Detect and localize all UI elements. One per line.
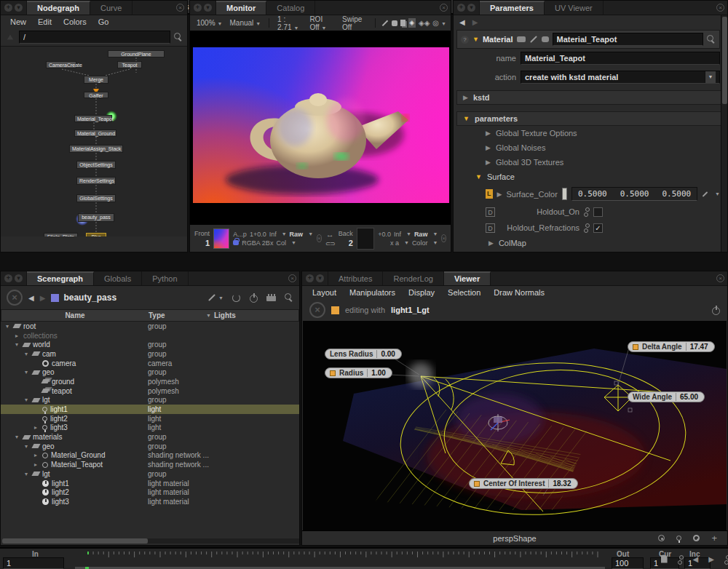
front-view-select[interactable]: Raw (290, 231, 304, 238)
out-frame-input[interactable] (612, 557, 644, 569)
manipulator-label-wide-angle[interactable]: Wide Angle65.00 (628, 391, 705, 402)
autokey-icon[interactable] (724, 554, 728, 563)
scenegraph-row-world[interactable]: ▾worldgroup (1, 340, 299, 349)
panel-menu-icon[interactable]: ▾ (15, 274, 23, 282)
scenegraph-row-light2[interactable]: light2light material (1, 488, 299, 497)
search-icon[interactable] (174, 33, 183, 41)
search-icon[interactable] (285, 293, 293, 302)
lock-icon[interactable] (233, 240, 239, 245)
power-icon[interactable] (711, 306, 720, 314)
pan-mode-icon[interactable]: ◈ (408, 18, 416, 28)
scenegraph-row-light3[interactable]: ▸light3light (1, 423, 299, 433)
scenegraph-row-collections[interactable]: ▸collections (1, 331, 299, 341)
param-group-global-noises[interactable]: ▶Global Noises (454, 140, 727, 155)
tab-monitor[interactable]: Monitor (216, 1, 266, 15)
node-globalsettings[interactable]: GlobalSettings (76, 194, 116, 202)
state-badge[interactable]: D (486, 207, 495, 217)
node-name-input[interactable] (553, 33, 704, 46)
comment-icon[interactable] (392, 20, 397, 26)
front-clear-icon[interactable]: × (317, 234, 322, 242)
scenegraph-row-lgt[interactable]: ▾lgtgroup (1, 396, 299, 405)
tab-renderlog[interactable]: RenderLog (383, 271, 443, 285)
step-back-icon[interactable]: ◀ (693, 555, 699, 563)
parameters-group[interactable]: ▼parameters (456, 111, 724, 126)
panel-menu-icon[interactable]: ▾ (467, 4, 475, 12)
back-thumbnail[interactable] (357, 228, 374, 250)
zoom-select[interactable]: 100%▼ (194, 19, 225, 27)
node-teapot[interactable]: Teapot (117, 61, 142, 68)
close-icon[interactable]: × (716, 274, 724, 282)
surface-group[interactable]: ▼Surface (454, 170, 727, 184)
back-clear-icon[interactable]: × (441, 234, 446, 242)
node-rendersettings[interactable]: RenderSettings (76, 177, 116, 185)
param-group-noise[interactable]: ▶Noise (454, 250, 727, 252)
keyframe-icon[interactable] (678, 554, 683, 563)
node-blur[interactable]: Blur (86, 233, 106, 236)
pixel-probe-icon[interactable] (382, 20, 388, 25)
close-icon[interactable]: × (176, 4, 184, 12)
param-row-surface_color[interactable]: L▶Surface_Color0.50000.50000.5000▼ (454, 184, 727, 204)
tab-python[interactable]: Python (142, 271, 188, 285)
ratio-select[interactable]: 1 : 2.71▼ (275, 15, 304, 31)
param-group-global-texture-options[interactable]: ▶Global Texture Options (454, 126, 727, 140)
node-merge[interactable]: Merge (84, 76, 108, 84)
target-icon[interactable]: ◎▼ (432, 19, 446, 27)
color-values[interactable]: 0.50000.50000.5000 (571, 187, 697, 201)
action-dropdown[interactable]: create with kstd material ▼ (521, 71, 720, 84)
pen-icon[interactable] (703, 191, 708, 197)
viewer-menu-display[interactable]: Display (403, 287, 440, 298)
back-colorspace[interactable]: Color (412, 239, 428, 247)
checkbox-holdout_on[interactable] (593, 207, 603, 217)
tab-curve[interactable]: Curve (90, 1, 132, 15)
history-back-icon[interactable]: ◀ (28, 294, 34, 302)
scenegraph-row-light1[interactable]: light1light (1, 405, 299, 414)
in-frame-input[interactable] (3, 557, 64, 569)
step-forward-icon[interactable]: ▶ (708, 555, 714, 563)
history-forward-icon[interactable]: ▶ (40, 294, 46, 302)
history-forward-icon[interactable]: ▶ (472, 18, 478, 26)
viewer-menu-selection[interactable]: Selection (442, 287, 486, 298)
tab-uv-viewer[interactable]: UV Viewer (545, 1, 604, 15)
scenegraph-row-light1[interactable]: light1light material (1, 479, 299, 488)
layers-icon[interactable] (400, 20, 405, 26)
update-mode-select[interactable]: Manual▼ (228, 19, 264, 27)
node-material_teapot[interactable]: Material_Teapot (74, 115, 112, 122)
front-thumbnail[interactable] (213, 228, 229, 249)
close-icon[interactable]: × (716, 4, 724, 12)
vertical-scrollbar[interactable] (721, 15, 727, 252)
tab-nodegraph[interactable]: Nodegraph (27, 1, 90, 15)
badge-icon[interactable] (517, 36, 526, 42)
viewer-menu-layout[interactable]: Layout (306, 287, 342, 298)
panel-menu-icon[interactable]: ▾ (204, 4, 212, 12)
nodegraph-menu-new[interactable]: New (5, 17, 31, 27)
tab-parameters[interactable]: Parameters (480, 1, 545, 15)
history-back-icon[interactable]: ◀ (459, 18, 465, 26)
front-gamma[interactable]: Inf (269, 231, 277, 238)
swipe-toggle[interactable]: Swipe Off (340, 15, 369, 31)
nodegraph-menu-edit[interactable]: Edit (33, 17, 57, 27)
scenegraph-row-root[interactable]: ▾rootgroup (1, 322, 299, 331)
add-tab-icon[interactable]: + (306, 274, 314, 282)
state-badge[interactable]: D (486, 223, 495, 233)
front-colorspace[interactable]: Col (276, 239, 286, 247)
node-objectsettings[interactable]: ObjectSettings (76, 161, 116, 169)
scenegraph-tree[interactable]: ▾rootgroup▸collections▾worldgroup▾camgro… (1, 322, 299, 540)
name-input[interactable] (521, 52, 720, 65)
compare-icon[interactable]: ◈◈ (419, 19, 430, 27)
node-materialassign_stack[interactable]: MaterialAssign_Stack (69, 145, 123, 153)
scenegraph-row-material_ground[interactable]: ▸Material_Groundshading network ... (1, 451, 299, 461)
node-search-input[interactable] (19, 31, 170, 44)
render-icon[interactable] (266, 294, 276, 301)
tab-viewer[interactable]: Viewer (444, 271, 491, 285)
comment-icon[interactable] (542, 36, 549, 42)
look-through-icon[interactable] (658, 535, 665, 541)
search-icon[interactable] (707, 35, 716, 44)
add-view-icon[interactable]: + (711, 535, 717, 542)
kstd-group[interactable]: ▶kstd (456, 90, 724, 105)
liveupdate-icon[interactable] (249, 293, 258, 302)
state-badge[interactable]: L (486, 189, 493, 199)
swap-buffers-icon[interactable]: ↔ (326, 230, 334, 239)
copy-frame-icon[interactable] (661, 555, 668, 563)
scenegraph-row-materials[interactable]: ▾materialsgroup (1, 432, 299, 442)
param-group-global-3d-textures[interactable]: ▶Global 3D Textures (454, 155, 727, 170)
